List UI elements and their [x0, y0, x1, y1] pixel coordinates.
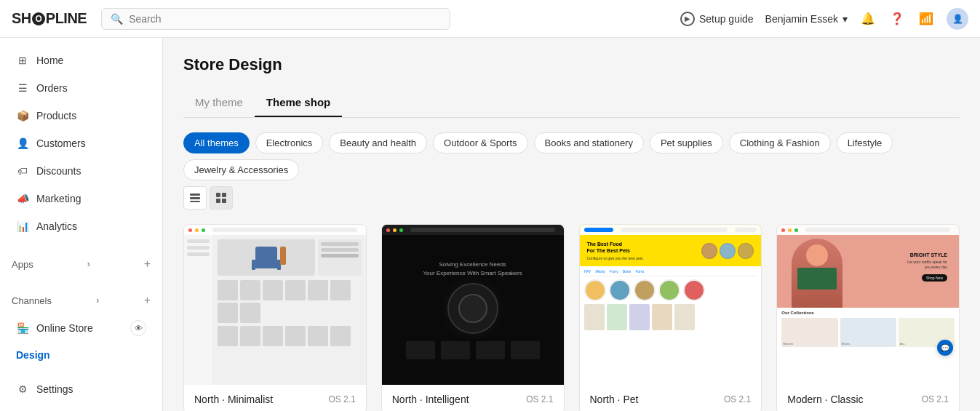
theme-card-footer: North · Pet OS 2.1: [580, 385, 762, 411]
svg-rect-0: [190, 193, 200, 196]
view-toggle: [183, 186, 233, 210]
sidebar-item-online-store[interactable]: 🏪 Online Store 👁: [4, 313, 158, 343]
sidebar-item-settings[interactable]: ⚙ Settings: [4, 375, 158, 403]
sidebar-item-discounts[interactable]: 🏷 Discounts: [4, 157, 158, 185]
theme-preview-minimalist: [184, 225, 366, 385]
tabs: My theme Theme shop: [183, 89, 960, 118]
sidebar: ⊞ Home ☰ Orders 📦 Products 👤 Customers 🏷…: [0, 38, 163, 411]
svg-rect-4: [222, 193, 226, 197]
chip-electronics[interactable]: Electronics: [255, 132, 324, 153]
chip-books[interactable]: Books and stationery: [534, 132, 644, 153]
topbar: SH O PLINE 🔍 ▶ Setup guide Benjamin Esse…: [0, 0, 980, 38]
svg-rect-1: [190, 197, 200, 199]
chat-icon: 💬: [941, 344, 949, 352]
grid-icon: [215, 192, 227, 204]
sidebar-item-products[interactable]: 📦 Products: [4, 102, 158, 129]
sidebar-item-label: Settings: [36, 383, 73, 395]
orders-icon: ☰: [16, 81, 29, 95]
products-icon: 📦: [16, 109, 29, 122]
sidebar-item-label: Discounts: [36, 165, 81, 177]
user-chevron-icon: ▾: [842, 13, 848, 25]
sidebar-item-orders[interactable]: ☰ Orders: [4, 74, 158, 102]
main-content: Store Design My theme Theme shop All the…: [163, 38, 980, 411]
chip-jewelry[interactable]: Jewelry & Accessories: [183, 159, 299, 180]
help-icon[interactable]: ❓: [888, 10, 906, 28]
notifications-icon[interactable]: 🔔: [859, 10, 877, 28]
online-store-eye-icon[interactable]: 👁: [130, 320, 146, 336]
sidebar-item-customers[interactable]: 👤 Customers: [4, 129, 158, 157]
theme-card-north-intelligent[interactable]: Solving Excellence NeedsYour Experience …: [381, 224, 565, 411]
theme-card-footer: Modern · Classic OS 2.1: [777, 385, 959, 411]
sidebar-item-label: Marketing: [36, 193, 81, 204]
layout: ⊞ Home ☰ Orders 📦 Products 👤 Customers 🏷…: [0, 38, 980, 411]
setup-guide-label: Setup guide: [699, 13, 754, 25]
apps-label: Apps: [12, 259, 33, 270]
chip-pet[interactable]: Pet supplies: [650, 132, 723, 153]
view-layers-button[interactable]: [183, 186, 207, 210]
chip-outdoor[interactable]: Outdoor & Sports: [433, 132, 527, 153]
theme-name: Modern · Classic: [787, 394, 863, 405]
brand-logo[interactable]: SH O PLINE: [12, 10, 87, 27]
avatar[interactable]: 👤: [947, 8, 968, 30]
theme-version: OS 2.1: [922, 394, 949, 404]
sidebar-group-channels[interactable]: Channels › +: [0, 288, 162, 313]
settings-icon: ⚙: [16, 383, 29, 396]
sidebar-bottom: ⚙ Settings: [0, 367, 162, 403]
search-icon: 🔍: [111, 13, 123, 25]
chip-lifestyle[interactable]: Lifestyle: [837, 132, 893, 153]
channels-label: Channels: [12, 295, 52, 306]
logo-text: SH: [12, 10, 31, 27]
theme-preview-classic: BRIGHT STYLE Let your outfits speak for …: [777, 225, 959, 385]
sidebar-item-home[interactable]: ⊞ Home: [4, 47, 158, 74]
chip-beauty[interactable]: Beauty and health: [329, 132, 427, 153]
tab-my-theme[interactable]: My theme: [183, 89, 255, 117]
theme-version: OS 2.1: [724, 394, 751, 404]
design-label: Design: [16, 349, 50, 361]
setup-guide-icon: ▶: [680, 12, 695, 26]
sidebar-item-label: Products: [36, 110, 76, 121]
sidebar-item-analytics[interactable]: 📊 Analytics: [4, 212, 158, 240]
sidebar-item-marketing[interactable]: 📣 Marketing: [4, 185, 158, 212]
apps-chevron-icon: ›: [87, 259, 90, 269]
customers-icon: 👤: [16, 137, 29, 150]
search-input[interactable]: [129, 13, 441, 25]
layers-icon: [189, 192, 201, 204]
logo-text2: PLINE: [46, 10, 87, 27]
svg-rect-2: [190, 201, 200, 202]
apps-plus-icon[interactable]: +: [144, 258, 151, 271]
chip-all-themes[interactable]: All themes: [183, 132, 250, 153]
main-inner: Store Design My theme Theme shop All the…: [163, 38, 980, 411]
sidebar-item-label: Online Store: [36, 322, 93, 334]
sidebar-item-label: Customers: [36, 137, 86, 149]
sidebar-item-label: Analytics: [36, 220, 77, 232]
theme-card-footer: North · Minimalist OS 2.1: [184, 385, 366, 411]
theme-name: North · Minimalist: [194, 394, 273, 405]
chip-clothing[interactable]: Clothing & Fashion: [729, 132, 831, 153]
channels-plus-icon[interactable]: +: [144, 294, 151, 307]
theme-preview-intelligent: Solving Excellence NeedsYour Experience …: [382, 225, 564, 385]
svg-rect-3: [216, 193, 220, 197]
filter-chips: All themes Electronics Beauty and health…: [183, 132, 960, 180]
theme-version: OS 2.1: [328, 394, 355, 404]
tab-theme-shop[interactable]: Theme shop: [255, 89, 342, 117]
theme-name: North · Intelligent: [392, 394, 469, 405]
view-grid-button[interactable]: [210, 186, 233, 210]
online-store-icon: 🏪: [16, 322, 29, 335]
theme-card-north-minimalist[interactable]: North · Minimalist OS 2.1: [183, 224, 367, 411]
search-bar[interactable]: 🔍: [101, 8, 450, 30]
analytics-icon: 📊: [16, 220, 29, 233]
marketing-icon: 📣: [16, 192, 29, 205]
setup-guide-button[interactable]: ▶ Setup guide: [680, 12, 754, 26]
topbar-right: ▶ Setup guide Benjamin Essek ▾ 🔔 ❓ 📶 👤: [680, 8, 968, 30]
theme-card-modern-classic[interactable]: BRIGHT STYLE Let your outfits speak for …: [776, 224, 960, 411]
sidebar-item-design[interactable]: Design: [4, 343, 158, 367]
themes-grid: North · Minimalist OS 2.1: [183, 224, 960, 411]
user-menu[interactable]: Benjamin Essek ▾: [765, 13, 848, 25]
channels-chevron-icon: ›: [96, 295, 99, 306]
svg-rect-5: [216, 199, 220, 203]
theme-card-north-pet[interactable]: The Best FoodFor The Best Pets Configure…: [579, 224, 762, 411]
svg-rect-6: [222, 199, 226, 203]
page-title: Store Design: [183, 55, 960, 74]
sidebar-group-apps[interactable]: Apps › +: [0, 252, 162, 276]
filter-bar: All themes Electronics Beauty and health…: [183, 132, 960, 210]
